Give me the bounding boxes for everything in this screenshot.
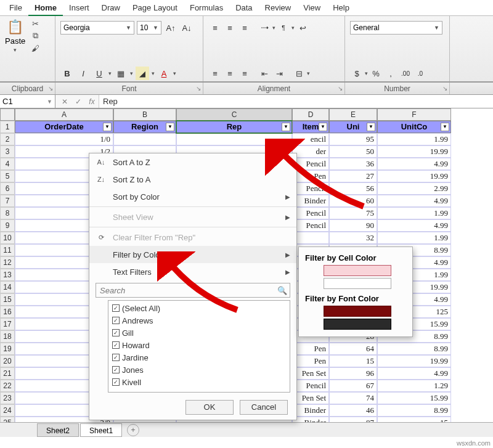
- cell[interactable]: [113, 133, 176, 145]
- fill-color-button[interactable]: ◢: [136, 67, 149, 80]
- cell[interactable]: 19.99: [377, 170, 451, 182]
- increase-font-icon[interactable]: A↑: [164, 21, 177, 35]
- row-header[interactable]: 5: [0, 170, 15, 182]
- cell[interactable]: 4.99: [377, 158, 451, 170]
- cell[interactable]: 4.99: [377, 367, 451, 380]
- dialog-launcher-icon[interactable]: ↘: [442, 85, 447, 92]
- cell[interactable]: 19.99: [377, 145, 451, 158]
- align-middle-icon[interactable]: ≡: [223, 21, 237, 35]
- merge-center-button[interactable]: ⊟: [292, 67, 306, 80]
- increase-decimal-icon[interactable]: .00: [399, 67, 412, 80]
- tab-view[interactable]: View: [297, 0, 327, 16]
- filter-value-item[interactable]: ✓(Select All): [110, 302, 288, 314]
- comma-format-icon[interactable]: ,: [384, 67, 397, 80]
- sort-az[interactable]: A↓ Sort A to Z: [89, 153, 296, 171]
- cancel-button[interactable]: Cancel: [240, 400, 288, 415]
- row-header[interactable]: 3: [0, 145, 15, 158]
- cell[interactable]: 60: [329, 195, 377, 207]
- cell[interactable]: 75: [329, 207, 377, 219]
- cell[interactable]: 96: [329, 367, 377, 380]
- row-header[interactable]: 15: [0, 293, 15, 306]
- align-center-icon[interactable]: ≡: [223, 67, 237, 80]
- cell[interactable]: encil: [292, 133, 329, 145]
- cell[interactable]: 2.99: [377, 182, 451, 195]
- row-header[interactable]: 7: [0, 195, 15, 207]
- cell[interactable]: 1.99: [377, 232, 451, 244]
- filter-arrow-icon[interactable]: ▼: [319, 123, 327, 131]
- font-name-combo[interactable]: Georgia ▼: [60, 21, 134, 35]
- cell[interactable]: 56: [329, 182, 377, 195]
- filter-value-item[interactable]: ✓Kivell: [110, 376, 288, 388]
- filter-arrow-icon[interactable]: ▼: [441, 123, 449, 131]
- wrap-text-button[interactable]: ↩: [296, 21, 309, 35]
- add-sheet-button[interactable]: ＋: [127, 424, 139, 436]
- cell[interactable]: [292, 232, 329, 244]
- decrease-indent-icon[interactable]: ⇤: [258, 67, 271, 80]
- column-header-F[interactable]: F: [377, 108, 451, 121]
- tab-help[interactable]: Help: [327, 0, 356, 16]
- filter-value-item[interactable]: ✓Howard: [110, 339, 288, 351]
- row-header[interactable]: 9: [0, 219, 15, 232]
- cell-color-swatch-pink[interactable]: [324, 265, 391, 276]
- filter-by-color[interactable]: Filter by Color ▶: [89, 246, 296, 263]
- row-header[interactable]: 12: [0, 256, 15, 269]
- row-header[interactable]: 20: [0, 355, 15, 367]
- tab-file[interactable]: File: [3, 0, 28, 16]
- font-color-button[interactable]: A: [157, 67, 171, 80]
- decrease-font-icon[interactable]: A↓: [180, 21, 194, 35]
- cell[interactable]: 90: [329, 219, 377, 232]
- tab-data[interactable]: Data: [229, 0, 258, 16]
- align-right-icon[interactable]: ≡: [238, 67, 251, 80]
- header-cell-region[interactable]: Region▼: [113, 121, 176, 133]
- cell[interactable]: 1/0: [15, 133, 113, 145]
- italic-button[interactable]: I: [76, 67, 90, 80]
- filter-search-input[interactable]: [96, 286, 275, 295]
- select-all-corner[interactable]: [0, 108, 15, 121]
- align-bottom-icon[interactable]: ≡: [238, 21, 251, 35]
- cell[interactable]: 64: [329, 343, 377, 355]
- cell[interactable]: 50: [329, 145, 377, 158]
- cell[interactable]: Pen Set: [292, 392, 329, 404]
- cell[interactable]: Pencil: [292, 182, 329, 195]
- row-header[interactable]: 13: [0, 269, 15, 281]
- fx-icon[interactable]: fx: [85, 97, 99, 106]
- cell[interactable]: 1.99: [377, 133, 451, 145]
- sheet-tab-sheet1[interactable]: Sheet1: [80, 423, 122, 437]
- cell[interactable]: 1.29: [377, 380, 451, 392]
- cell[interactable]: 95: [329, 133, 377, 145]
- cell[interactable]: Pencil: [292, 219, 329, 232]
- cell[interactable]: 67: [329, 380, 377, 392]
- row-header[interactable]: 16: [0, 306, 15, 318]
- row-header[interactable]: 23: [0, 392, 15, 404]
- font-color-swatch-darkred[interactable]: [324, 306, 391, 317]
- cell[interactable]: Pen: [292, 355, 329, 367]
- row-header[interactable]: 10: [0, 232, 15, 244]
- cell-color-swatch-white[interactable]: [324, 278, 391, 289]
- header-cell-uni[interactable]: Uni▼: [329, 121, 377, 133]
- cell[interactable]: 74: [329, 392, 377, 404]
- sheet-tab-sheet2[interactable]: Sheet2: [37, 423, 79, 437]
- tab-page-layout[interactable]: Page Layout: [126, 0, 184, 16]
- cell[interactable]: 19.99: [377, 355, 451, 367]
- cell[interactable]: Binder: [292, 195, 329, 207]
- row-header[interactable]: 11: [0, 244, 15, 256]
- header-cell-rep[interactable]: Rep▼: [176, 121, 292, 133]
- filter-value-item[interactable]: ✓Andrews: [110, 314, 288, 327]
- dialog-launcher-icon[interactable]: ↘: [48, 85, 53, 92]
- cell[interactable]: Pen: [292, 170, 329, 182]
- cell[interactable]: Pencil: [292, 207, 329, 219]
- filter-value-item[interactable]: ✓Jardine: [110, 351, 288, 364]
- row-header[interactable]: 1: [0, 121, 15, 133]
- cell[interactable]: Pencil: [292, 158, 329, 170]
- filter-value-item[interactable]: ✓Gill: [110, 327, 288, 339]
- cell[interactable]: 36: [329, 158, 377, 170]
- text-filters[interactable]: Text Filters ▶: [89, 263, 296, 280]
- formula-input[interactable]: Rep: [99, 95, 493, 108]
- align-left-icon[interactable]: ≡: [208, 67, 222, 80]
- font-size-combo[interactable]: 10 ▼: [137, 21, 161, 35]
- increase-indent-icon[interactable]: ⇥: [272, 67, 286, 80]
- tab-draw[interactable]: Draw: [96, 0, 126, 16]
- header-cell-item[interactable]: Item▼: [292, 121, 329, 133]
- cell[interactable]: 4.99: [377, 219, 451, 232]
- row-header[interactable]: 8: [0, 207, 15, 219]
